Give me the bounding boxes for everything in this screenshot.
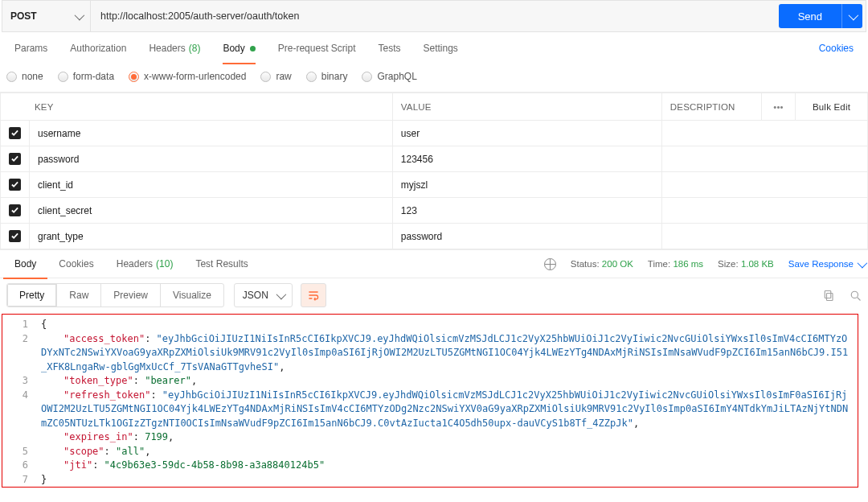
svg-rect-0: [827, 293, 833, 300]
table-row: client_secret123: [1, 198, 868, 224]
param-description[interactable]: [661, 146, 867, 172]
body-type-none[interactable]: none: [6, 71, 43, 82]
wrap-icon: [307, 289, 320, 302]
status-block: Status: 200 OK: [571, 259, 633, 269]
param-key[interactable]: client_id: [30, 172, 393, 198]
param-description[interactable]: [661, 224, 867, 249]
globe-icon[interactable]: [544, 258, 556, 270]
table-row: client_idmyjszl: [1, 172, 868, 198]
wrap-lines-button[interactable]: [301, 283, 326, 307]
chevron-down-icon: [858, 257, 868, 268]
svg-line-3: [858, 297, 861, 300]
radio-icon: [306, 72, 317, 82]
radio-icon: [362, 72, 372, 82]
view-mode-group: Pretty Raw Preview Visualize: [6, 283, 224, 307]
table-row: password123456: [1, 146, 868, 172]
size-value: 1.08 KB: [741, 259, 774, 269]
body-type-raw[interactable]: raw: [260, 71, 291, 82]
view-visualize[interactable]: Visualize: [161, 284, 223, 307]
chevron-down-icon: [849, 10, 859, 20]
response-body-editor[interactable]: { "access_token": "eyJhbGciOiJIUzI1NiIsI…: [36, 315, 858, 487]
search-icon[interactable]: [850, 290, 862, 302]
param-value[interactable]: myjszl: [392, 172, 661, 198]
body-type-form-data[interactable]: form-data: [58, 71, 114, 82]
tab-prerequest[interactable]: Pre-request Script: [267, 32, 367, 64]
view-pretty[interactable]: Pretty: [7, 284, 57, 307]
status-label: Status:: [571, 259, 600, 269]
line-gutter: 1 2 3 4 5 6 7 8: [2, 315, 36, 487]
radio-icon: [58, 72, 68, 82]
size-block: Size: 1.08 KB: [718, 259, 774, 269]
radio-icon: [6, 72, 17, 82]
param-key[interactable]: grant_type: [30, 224, 393, 249]
resp-tab-headers[interactable]: Headers (10): [105, 249, 185, 278]
chevron-down-icon: [75, 10, 85, 20]
param-value[interactable]: 123456: [392, 146, 661, 172]
svg-rect-1: [825, 290, 831, 298]
resp-tab-cookies[interactable]: Cookies: [47, 249, 104, 278]
resp-tab-headers-label: Headers: [117, 258, 153, 270]
bulk-edit-button[interactable]: Bulk Edit: [796, 93, 868, 121]
param-value[interactable]: password: [392, 224, 661, 249]
chevron-down-icon: [276, 289, 286, 299]
param-key[interactable]: password: [30, 146, 393, 172]
view-preview[interactable]: Preview: [101, 284, 161, 307]
resp-tab-body[interactable]: Body: [3, 249, 47, 278]
param-description[interactable]: [661, 121, 867, 146]
body-type-x-www-form-urlencoded[interactable]: x-www-form-urlencoded: [129, 71, 246, 82]
kv-head-key: KEY: [1, 93, 393, 121]
radio-icon: [129, 72, 139, 82]
send-more-button[interactable]: [841, 4, 862, 28]
resp-tab-test-results[interactable]: Test Results: [184, 249, 259, 278]
table-row: grant_typepassword: [1, 224, 868, 249]
kv-head-value: VALUE: [392, 93, 661, 121]
tab-params[interactable]: Params: [3, 32, 59, 64]
tab-body[interactable]: Body: [211, 32, 266, 64]
dot-icon: [250, 46, 256, 51]
radio-label: form-data: [73, 71, 114, 82]
body-type-graphql[interactable]: GraphQL: [362, 71, 416, 82]
method-select[interactable]: POST: [2, 1, 91, 31]
row-checkbox[interactable]: [9, 230, 21, 242]
tab-headers[interactable]: Headers (8): [137, 32, 211, 64]
kv-head-description: DESCRIPTION: [661, 93, 761, 121]
tab-settings[interactable]: Settings: [412, 32, 469, 64]
url-input[interactable]: [91, 1, 776, 31]
save-response-label: Save Response: [788, 259, 854, 269]
kv-columns-more-button[interactable]: •••: [762, 93, 796, 121]
param-value[interactable]: user: [392, 121, 661, 146]
param-key[interactable]: username: [30, 121, 393, 146]
tab-tests[interactable]: Tests: [366, 32, 411, 64]
param-value[interactable]: 123: [392, 198, 661, 224]
param-description[interactable]: [661, 172, 867, 198]
radio-icon: [260, 72, 271, 82]
row-checkbox[interactable]: [9, 179, 21, 191]
copy-icon[interactable]: [823, 290, 835, 302]
param-description[interactable]: [661, 198, 867, 224]
radio-label: x-www-form-urlencoded: [144, 71, 246, 82]
status-value: 200 OK: [602, 259, 633, 269]
radio-label: binary: [321, 71, 348, 82]
time-label: Time:: [648, 259, 670, 269]
save-response-button[interactable]: Save Response: [788, 259, 865, 269]
time-value: 186 ms: [673, 259, 703, 269]
send-button[interactable]: Send: [779, 4, 841, 28]
radio-label: GraphQL: [377, 71, 416, 82]
row-checkbox[interactable]: [9, 204, 21, 216]
row-checkbox[interactable]: [9, 153, 21, 165]
tab-authorization[interactable]: Authorization: [59, 32, 137, 64]
language-select[interactable]: JSON: [234, 283, 293, 307]
radio-label: raw: [276, 71, 291, 82]
tab-headers-label: Headers: [149, 43, 185, 54]
language-value: JSON: [243, 290, 268, 301]
tab-body-label: Body: [223, 43, 244, 54]
tab-headers-count: (8): [189, 43, 201, 54]
cookies-link[interactable]: Cookies: [808, 43, 865, 54]
view-raw[interactable]: Raw: [57, 284, 101, 307]
param-key[interactable]: client_secret: [30, 198, 393, 224]
body-type-binary[interactable]: binary: [306, 71, 348, 82]
row-checkbox[interactable]: [9, 127, 21, 139]
size-label: Size:: [718, 259, 739, 269]
time-block: Time: 186 ms: [648, 259, 703, 269]
radio-label: none: [22, 71, 43, 82]
